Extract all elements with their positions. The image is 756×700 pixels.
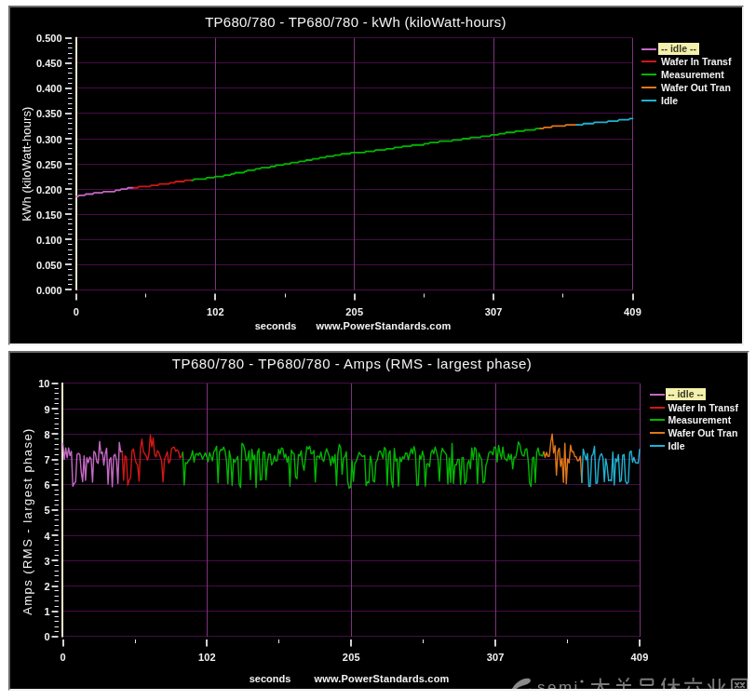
series-wafer-out-tran [544, 434, 582, 483]
legend-swatch [650, 445, 665, 447]
y-tick-label: 0 [44, 631, 49, 642]
y-tick-label: 0.000 [36, 285, 62, 296]
series-measurement [192, 128, 540, 180]
kwh-y-axis-title: kWh (kiloWatt-hours) [19, 107, 33, 222]
legend-swatch [650, 394, 665, 396]
legend-label: Idle [661, 95, 678, 106]
kwh-chart-plot [10, 7, 742, 343]
legend-swatch [641, 48, 656, 50]
y-tick-label: 10 [38, 378, 49, 389]
y-tick-label: 0.050 [36, 260, 62, 271]
x-tick-label: 409 [631, 652, 649, 663]
x-tick-label: 0 [74, 306, 79, 317]
x-tick-label: 409 [624, 306, 641, 317]
cn-glyph-chan [684, 678, 702, 691]
amps-chart-plot [10, 353, 748, 689]
x-tick-label: 307 [487, 652, 505, 663]
watermark-separator-icon [579, 679, 585, 684]
legend-swatch [641, 61, 656, 62]
series-wafer-in-transf [133, 181, 192, 188]
y-tick-label: 0.450 [36, 58, 62, 69]
y-tick-label: 0.400 [36, 83, 62, 94]
kwh-chart-title: TP680/780 - TP680/780 - kWh (kiloWatt-ho… [205, 13, 506, 29]
y-tick-label: 4 [44, 531, 49, 542]
kwh-website-label: www.PowerStandards.com [316, 320, 451, 331]
y-tick-label: 8 [44, 429, 49, 440]
amps-chart-panel: TP680/780 - TP680/780 - Amps (RMS - larg… [8, 351, 749, 691]
legend-label: Wafer Out Tran [661, 82, 731, 93]
legend-swatch [641, 100, 656, 101]
legend-label: -- idle -- [658, 43, 699, 55]
cn-glyph-wang [732, 680, 748, 691]
series-idle [582, 446, 640, 486]
legend-label: Wafer Out Tran [668, 427, 738, 438]
page: TP680/780 - TP680/780 - kWh (kiloWatt-ho… [0, 0, 756, 700]
cn-glyph-ban [614, 678, 633, 691]
watermark-cn-glyphs [589, 677, 749, 691]
kwh-x-axis-title: seconds [255, 320, 297, 331]
legend-label: Measurement [668, 414, 732, 425]
y-tick-label: 3 [44, 556, 49, 567]
cn-glyph-ti [662, 679, 681, 692]
y-tick-label: 0.250 [36, 159, 62, 170]
legend-label: Idle [668, 440, 685, 451]
y-tick-label: 5 [44, 505, 49, 516]
legend-swatch [641, 74, 656, 75]
watermark: semi [507, 676, 749, 692]
y-tick-label: 7 [44, 454, 49, 465]
cn-glyph-ye [707, 679, 726, 691]
x-tick-label: 205 [345, 306, 363, 317]
amps-chart-title: TP680/780 - TP680/780 - Amps (RMS - larg… [172, 356, 533, 371]
cn-glyph-da [591, 679, 610, 692]
y-tick-label: 1 [44, 606, 49, 617]
y-tick-label: 0.200 [36, 184, 62, 195]
series-wafer-out-tran [540, 125, 576, 128]
amps-y-axis-title: Amps (RMS - largest phase) [20, 427, 34, 615]
x-tick-label: 0 [60, 652, 65, 663]
series-measurement [182, 442, 544, 489]
y-tick-label: 2 [44, 581, 49, 592]
legend-label: -- idle -- [666, 388, 707, 400]
watermark-logo-icon [508, 677, 533, 692]
x-tick-label: 205 [343, 652, 360, 663]
series-idle [577, 118, 633, 125]
watermark-brand: semi [537, 679, 580, 691]
y-tick-label: 0.100 [36, 235, 62, 246]
legend-swatch [641, 87, 656, 88]
legend-label: Wafer In Transf [661, 56, 731, 67]
amps-x-axis-title: seconds [250, 673, 291, 684]
amps-website-label: www.PowerStandards.com [314, 673, 449, 684]
y-tick-label: 0.300 [36, 134, 62, 145]
legend-swatch [650, 432, 665, 434]
legend-label: Measurement [661, 69, 724, 80]
y-tick-label: 0.150 [36, 209, 62, 221]
x-tick-label: 102 [198, 652, 216, 663]
series-wafer-in-transf [122, 435, 182, 485]
y-tick-label: 9 [44, 404, 49, 415]
legend-label: Wafer In Transf [668, 402, 738, 413]
legend-swatch [650, 407, 665, 409]
y-tick-label: 0.350 [36, 108, 62, 119]
series-idle [63, 441, 123, 487]
kwh-chart-panel: TP680/780 - TP680/780 - kWh (kiloWatt-ho… [8, 6, 744, 345]
x-tick-label: 102 [207, 306, 224, 317]
y-tick-label: 0.500 [36, 33, 62, 44]
legend-swatch [650, 419, 665, 421]
cn-glyph-dao [638, 680, 655, 691]
y-tick-label: 6 [44, 479, 49, 491]
x-tick-label: 307 [485, 306, 503, 317]
